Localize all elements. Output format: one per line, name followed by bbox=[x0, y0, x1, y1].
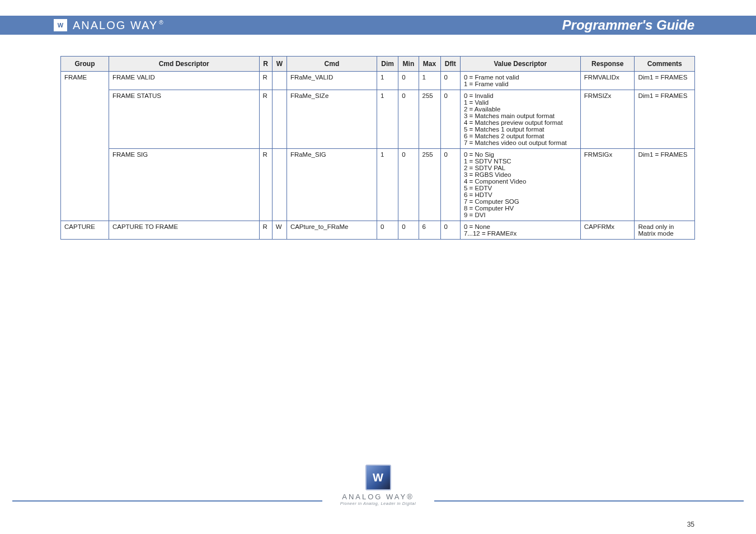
footer-logo-block: W ANALOG WAY® Pioneer in Analog, Leader … bbox=[334, 465, 423, 506]
cell-max: 1 bbox=[419, 72, 440, 90]
th-comments: Comments bbox=[635, 57, 695, 72]
cell-cmd: FRaMe_VALID bbox=[287, 72, 377, 90]
command-table-wrap: Group Cmd Descriptor R W Cmd Dim Min Max… bbox=[60, 56, 695, 240]
cell-comm: Dim1 = FRAMES bbox=[635, 149, 695, 221]
cell-min: 0 bbox=[398, 149, 419, 221]
cell-w bbox=[272, 149, 287, 221]
command-table: Group Cmd Descriptor R W Cmd Dim Min Max… bbox=[60, 56, 695, 240]
cell-resp: FRMSIZx bbox=[580, 90, 635, 149]
cell-resp: FRMSIGx bbox=[580, 149, 635, 221]
th-max: Max bbox=[419, 57, 440, 72]
footer-rule-left-icon bbox=[12, 500, 322, 502]
cell-max: 255 bbox=[419, 149, 440, 221]
cell-dim: 1 bbox=[377, 90, 398, 149]
cell-resp: CAPFRMx bbox=[580, 221, 635, 240]
cell-dim: 1 bbox=[377, 72, 398, 90]
footer-brandline: ANALOG WAY® bbox=[334, 493, 423, 501]
cell-r: R bbox=[259, 149, 272, 221]
cell-resp: FRMVALIDx bbox=[580, 72, 635, 90]
cell-r: R bbox=[259, 221, 272, 240]
cell-group: FRAME bbox=[61, 72, 109, 221]
cell-min: 0 bbox=[398, 72, 419, 90]
footer-tagline: Pioneer in Analog, Leader in Digital bbox=[334, 501, 423, 506]
footer-cube-icon: W bbox=[365, 465, 391, 490]
cell-cmd: FRaMe_SIG bbox=[287, 149, 377, 221]
table-row: FRAME STATUS R FRaMe_SIZe 1 0 255 0 0 = … bbox=[61, 90, 695, 149]
cell-def: 0 bbox=[440, 90, 460, 149]
cell-min: 0 bbox=[398, 90, 419, 149]
cell-cmddesc: FRAME STATUS bbox=[109, 90, 259, 149]
cell-min: 0 bbox=[398, 221, 419, 240]
cell-def: 0 bbox=[440, 149, 460, 221]
header-bar: W ANALOG WAY® Programmer's Guide bbox=[0, 16, 756, 35]
header-inner: W ANALOG WAY® Programmer's Guide bbox=[0, 16, 756, 35]
cell-def: 0 bbox=[440, 221, 460, 240]
cell-max: 255 bbox=[419, 90, 440, 149]
cell-comm: Read only in Matrix mode bbox=[635, 221, 695, 240]
footer-rule-right-icon bbox=[434, 500, 744, 502]
th-cmd-desc: Cmd Descriptor bbox=[109, 57, 259, 72]
cell-valdesc: 0 = Frame not valid1 = Frame valid bbox=[460, 72, 580, 90]
th-min: Min bbox=[398, 57, 419, 72]
cell-r: R bbox=[259, 90, 272, 149]
cell-cmddesc: CAPTURE TO FRAME bbox=[109, 221, 259, 240]
cell-cmddesc: FRAME VALID bbox=[109, 72, 259, 90]
th-w: W bbox=[272, 57, 287, 72]
brand-block: W ANALOG WAY® bbox=[54, 19, 165, 32]
cell-valdesc: 0 = Invalid1 = Valid2 = Available3 = Mat… bbox=[460, 90, 580, 149]
table-row: CAPTURE CAPTURE TO FRAME R W CAPture_to_… bbox=[61, 221, 695, 240]
cell-dim: 0 bbox=[377, 221, 398, 240]
th-val-desc: Value Descriptor bbox=[460, 57, 580, 72]
cell-cmd: CAPture_to_FRaMe bbox=[287, 221, 377, 240]
cell-group: CAPTURE bbox=[61, 221, 109, 240]
brand-registered-icon: ® bbox=[159, 20, 164, 26]
cell-comm: Dim1 = FRAMES bbox=[635, 90, 695, 149]
th-response: Response bbox=[580, 57, 635, 72]
brand-name: ANALOG WAY bbox=[73, 19, 158, 31]
cell-r: R bbox=[259, 72, 272, 90]
th-dim: Dim bbox=[377, 57, 398, 72]
brand-text: ANALOG WAY® bbox=[73, 19, 165, 32]
brand-logo-icon: W bbox=[54, 19, 67, 31]
cell-valdesc: 0 = No Sig1 = SDTV NTSC2 = SDTV PAL3 = R… bbox=[460, 149, 580, 221]
page-number: 35 bbox=[687, 521, 694, 528]
guide-title: Programmer's Guide bbox=[562, 17, 694, 33]
cell-def: 0 bbox=[440, 72, 460, 90]
footer: W ANALOG WAY® Pioneer in Analog, Leader … bbox=[12, 465, 744, 515]
cell-w bbox=[272, 72, 287, 90]
th-r: R bbox=[259, 57, 272, 72]
cell-cmddesc: FRAME SIG bbox=[109, 149, 259, 221]
cell-valdesc: 0 = None7...12 = FRAME#x bbox=[460, 221, 580, 240]
cell-w: W bbox=[272, 221, 287, 240]
cell-comm: Dim1 = FRAMES bbox=[635, 72, 695, 90]
th-cmd: Cmd bbox=[287, 57, 377, 72]
cell-w bbox=[272, 90, 287, 149]
cell-max: 6 bbox=[419, 221, 440, 240]
table-row: FRAME SIG R FRaMe_SIG 1 0 255 0 0 = No S… bbox=[61, 149, 695, 221]
cell-dim: 1 bbox=[377, 149, 398, 221]
cell-cmd: FRaMe_SIZe bbox=[287, 90, 377, 149]
table-header-row: Group Cmd Descriptor R W Cmd Dim Min Max… bbox=[61, 57, 695, 72]
th-default: Dflt bbox=[440, 57, 460, 72]
table-row: FRAME FRAME VALID R FRaMe_VALID 1 0 1 0 … bbox=[61, 72, 695, 90]
th-group: Group bbox=[61, 57, 109, 72]
